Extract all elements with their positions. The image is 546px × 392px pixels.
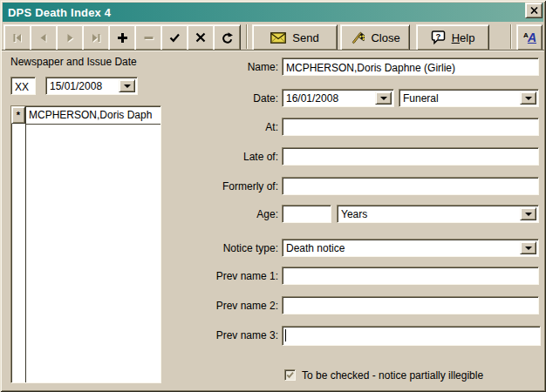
event-type-dropdown-button[interactable] (520, 91, 536, 105)
close-button[interactable]: Close (340, 24, 410, 51)
formerly-of-label: Formerly of: (175, 180, 278, 193)
newspaper-section-label: Newspaper and Issue Date (10, 56, 137, 68)
prev-name-1-input[interactable] (282, 267, 539, 285)
dps-death-index-window: DPS Death Index 4 (0, 0, 546, 392)
issue-date-dropdown-button[interactable] (119, 79, 135, 92)
grid-row-indicator: * (11, 106, 25, 124)
nav-cancel-button[interactable] (187, 24, 215, 51)
envelope-icon (270, 32, 286, 44)
notice-type-label: Notice type: (175, 242, 278, 254)
prior-record-icon (38, 33, 49, 43)
chevron-down-icon (525, 213, 532, 216)
post-edit-icon (169, 33, 181, 43)
refresh-icon (221, 32, 233, 44)
grid-indicator-divider (25, 106, 26, 382)
text-caret (285, 329, 286, 341)
checkered-flag-icon (350, 30, 365, 45)
prev-name-1-label: Prev name 1: (175, 270, 278, 282)
toolbar-separator (510, 24, 512, 49)
formerly-of-input[interactable] (282, 177, 539, 195)
late-of-input[interactable] (282, 147, 539, 166)
help-button[interactable]: ? Help (416, 24, 489, 51)
nav-insert-button[interactable] (108, 24, 136, 51)
next-record-icon (65, 33, 75, 43)
age-unit-combo[interactable]: Years (337, 205, 539, 223)
close-icon (530, 7, 538, 14)
age-unit-value: Years (341, 208, 521, 220)
age-input[interactable] (282, 205, 331, 223)
event-type-value: Funeral (403, 92, 521, 105)
font-icon: A A (520, 28, 539, 47)
at-label: At: (175, 121, 278, 133)
issue-date-combo[interactable]: 15/01/2008 (45, 77, 138, 95)
nav-delete-button[interactable] (134, 24, 162, 51)
grid-row-name[interactable]: MCPHERSON,Doris Daph (29, 109, 160, 121)
name-label: Name: (175, 61, 278, 73)
nav-next-button[interactable] (56, 24, 84, 51)
late-of-label: Late of: (175, 151, 278, 163)
chevron-down-icon (525, 247, 532, 250)
prev-name-3-label: Prev name 3: (175, 329, 278, 341)
window-close-button[interactable] (525, 3, 543, 18)
checkmark-icon (285, 370, 295, 380)
help-button-label: Help (452, 31, 475, 44)
send-button-label: Send (292, 31, 318, 44)
help-icon: ? (431, 30, 446, 44)
date-label: Date: (175, 92, 278, 105)
to-be-checked-label: To be checked - notice partially illegib… (302, 369, 483, 382)
nav-prior-button[interactable] (30, 24, 58, 51)
age-unit-dropdown-button[interactable] (520, 207, 536, 220)
delete-record-icon (143, 32, 154, 44)
nav-refresh-button[interactable] (213, 24, 241, 51)
nav-last-button[interactable] (82, 24, 110, 51)
at-input[interactable] (282, 118, 539, 136)
age-label: Age: (175, 208, 278, 220)
last-record-icon (91, 33, 101, 43)
prev-name-3-input[interactable] (282, 326, 541, 346)
send-button[interactable]: Send (252, 24, 338, 51)
newspaper-code-input[interactable] (10, 77, 36, 95)
title-bar: DPS Death Index 4 (3, 3, 543, 22)
grid-row-divider (26, 124, 160, 125)
nav-post-button[interactable] (160, 24, 188, 51)
close-button-label: Close (371, 31, 399, 44)
toolbar-separator (246, 24, 248, 49)
nav-first-button[interactable] (3, 24, 31, 51)
event-type-combo[interactable]: Funeral (399, 89, 539, 107)
toolbar-divider-highlight (2, 51, 544, 51)
chevron-down-icon (124, 84, 131, 88)
notice-type-combo[interactable]: Death notice (282, 239, 539, 257)
to-be-checked-checkbox[interactable] (284, 369, 296, 381)
records-grid[interactable]: * MCPHERSON,Doris Daph (10, 105, 161, 383)
name-input[interactable] (282, 57, 539, 76)
window-title: DPS Death Index 4 (3, 6, 111, 19)
chevron-down-icon (525, 97, 532, 100)
notice-type-value: Death notice (286, 242, 521, 254)
prev-name-2-input[interactable] (282, 296, 539, 314)
date-value: 16/01/2008 (286, 92, 376, 105)
first-record-icon (12, 33, 23, 43)
date-dropdown-button[interactable] (375, 91, 392, 105)
cancel-edit-icon (195, 32, 206, 43)
prev-name-2-label: Prev name 2: (175, 300, 278, 312)
notice-type-dropdown-button[interactable] (520, 241, 536, 254)
insert-record-icon (117, 32, 128, 44)
date-combo[interactable]: 16/01/2008 (282, 89, 394, 107)
issue-date-value: 15/01/2008 (50, 80, 119, 92)
svg-text:?: ? (435, 31, 440, 41)
chevron-down-icon (380, 97, 387, 100)
font-button[interactable]: A A (516, 24, 543, 51)
